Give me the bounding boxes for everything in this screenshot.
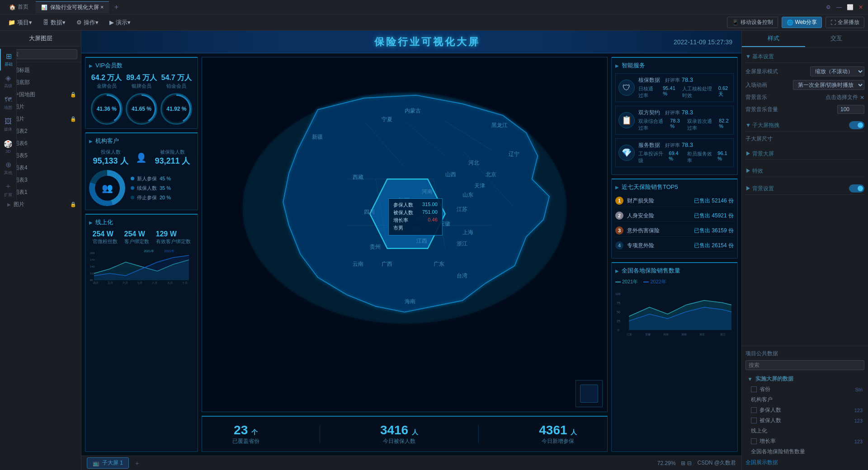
sidebar-icon-basic[interactable]: ⊞ 基础 [0,49,16,70]
data-tree-insured[interactable]: 参保人数 123 [745,405,864,415]
svg-text:山东: 山东 [462,192,473,197]
fullscreen-mode-select[interactable]: 缩放（不滚动） [810,66,864,76]
sidebar-icon-extend[interactable]: ＋ 扩展 [0,179,16,201]
sidebar-header: 大屏图层 [0,31,81,47]
menu-demo[interactable]: ▶演示▾ [105,17,135,28]
menu-data[interactable]: 🗄数据▾ [38,17,70,28]
web-share-button[interactable]: 🌐 Web分享 [782,17,822,28]
tab-home[interactable]: 🏠 首页 [4,1,34,13]
nationwide-link[interactable]: 全国展示数据 [745,459,864,466]
data-tree-machine[interactable]: 机构客户 [745,395,864,405]
vip-gauges: 41.36 % 41.65 % [89,93,194,125]
tab-bar: 🏠 首页 📊 保险行业可视化大屏 × + [4,1,825,13]
svg-text:安徽: 安徽 [645,333,651,336]
dashboard-body: VIP会员数 64.2 万人 金牌会员 89.4 万人 银牌会员 [81,53,741,456]
svg-text:2021年: 2021年 [144,249,154,253]
basic-settings-title: ▼ 基本设置 [745,51,864,63]
title-bar: 🏠 首页 📊 保险行业可视化大屏 × + ⚙ — ⬜ ✕ [0,0,868,14]
service-item-1: 🛡 核保数据 好评率 78.3 日核通过率 95. [615,73,734,102]
gauge-item-3: 41.92 % [160,93,192,125]
svg-text:浙江: 浙江 [720,333,726,336]
prop-section-bgpanel: ▶ 背景大屏 [745,148,864,160]
data-tree-growth[interactable]: 增长率 123 [745,436,864,446]
svg-text:200: 200 [90,252,95,254]
today-insured: 3416 人 今日被保人数 [380,423,418,445]
machine-panel-title: 机构客户 [89,137,194,145]
close-button[interactable]: ✕ [857,4,864,11]
bgsettings-toggle[interactable] [849,184,864,193]
legend-item-1: 新人参保 45 % [131,175,171,182]
service-info-1: 核保数据 好评率 78.3 日核通过率 95.41 % 人工核检处理时效 0.6… [638,76,731,99]
public-data-search-input[interactable] [745,360,864,370]
data-tree-covered[interactable]: 被保人数 123 [745,415,864,426]
svg-text:九月: 九月 [167,282,173,284]
svg-text:六月: 六月 [123,281,128,284]
svg-text:台湾: 台湾 [457,273,467,278]
bottom-bar: 📺 子大屏 1 + 72.29% ⊞ ⊟ CSDN @久数君 [81,456,741,470]
add-sub-screen-button[interactable]: + [132,459,142,468]
sidebar-icon-3d[interactable]: 🎲 3D [0,136,16,157]
bgpanel-title[interactable]: ▶ 背景大屏 [745,148,864,160]
animation-select[interactable]: 第一次全屏/切换时播放 [793,80,864,90]
online-stat-1: 254 W 官微粉丝数 [93,230,118,245]
menu-operate[interactable]: ⚙操作▾ [72,17,103,28]
svg-text:江苏: 江苏 [627,333,632,336]
new-tab-button[interactable]: + [111,2,122,13]
svg-text:河北: 河北 [468,160,479,165]
left-sidebar: 大屏图层 ▶ 图标题 ▶ 图底部 ▶ 中国地图 🔒 ▶ 图片 ▶ [0,31,81,470]
covered-count: 被保险人数 93,211 人 [155,149,190,166]
minimize-button[interactable]: — [835,4,843,11]
subscreen-title: ▼ 子大屏拖拽 [745,119,864,132]
sidebar-icon-other[interactable]: ⊕ 其他 [0,157,16,179]
dashboard: 保险行业可视化大屏 2022-11-09 15:27:39 VIP会员数 [81,31,741,456]
mobile-control-button[interactable]: 📱 移动设备控制 [727,17,778,28]
svg-text:北京: 北京 [486,171,496,177]
svg-text:天津: 天津 [474,183,485,188]
tab-style[interactable]: 样式 [742,31,805,47]
music-delete-icon[interactable]: ✕ [860,94,864,101]
svg-text:贵州: 贵州 [370,244,381,250]
service-info-2: 双方契约 好评率 78.3 双录综合通过率 78.3 % 双录首次通过率 82.… [638,109,731,132]
sub-screen-tab-1[interactable]: 📺 子大屏 1 [87,457,129,469]
data-tree-nationwide[interactable]: 全国各地保险销售数量 [745,446,864,457]
volume-input[interactable] [837,105,864,114]
data-tree-online[interactable]: 线上化 [745,426,864,436]
fullscreen-button[interactable]: ⛶ 全屏播放 [826,17,864,28]
covered-provinces: 23 个 已覆盖省份 [232,423,259,445]
machine-panel: 机构客户 投保人数 95,133 人 👤 被保险人数 93, [85,132,198,210]
insured-count: 投保人数 95,133 人 [93,149,128,166]
settings-button[interactable]: ⚙ [825,4,832,11]
data-tree-section-1[interactable]: ▼ 实施大屏的数据 [745,374,864,384]
svg-text:宁夏: 宁夏 [382,116,392,122]
layout-icon[interactable]: ⊟ [687,460,692,466]
bottom-stats: 23 个 已覆盖省份 3416 人 [202,416,608,452]
prop-section-bgsettings: ▶ 背景设置 [745,183,864,195]
top5-panel: 近七天保险销售TOP5 1 财产损失险 已售出 52146 份 [611,179,738,258]
dashboard-left-column: VIP会员数 64.2 万人 金牌会员 89.4 万人 银牌会员 [85,57,198,452]
subscreen-toggle[interactable] [849,121,864,129]
sidebar-icon-advanced[interactable]: ◈ 高级 [0,70,16,92]
prop-fullscreen-mode: 全屏显示模式 缩放（不滚动） [745,66,864,76]
canvas-content[interactable]: 保险行业可视化大屏 2022-11-09 15:27:39 VIP会员数 [81,31,741,456]
service-item-3: 💎 服务数据 好评率 78.3 工单投诉升级 69 [615,138,734,167]
gauge-item-2: 41.65 % [126,93,157,125]
menu-project[interactable]: 📁项目▾ [4,17,37,28]
data-tree-province[interactable]: 省份 Stri [745,384,864,395]
grid-icon[interactable]: ⊞ [681,460,685,466]
legend-item-2: 续保人数 35 % [131,185,171,192]
effects-title[interactable]: ▶ 特效 [745,165,864,177]
service-item-2: 📋 双方契约 好评率 78.3 双录综合通过率 7 [615,106,734,135]
svg-text:50: 50 [617,310,620,314]
vip-panel: VIP会员数 64.2 万人 金牌会员 89.4 万人 银牌会员 [85,57,198,129]
svg-text:河南: 河南 [422,189,433,194]
sidebar-icon-nav: ⊞ 基础 ◈ 高级 🗺 地图 🖼 媒体 🎲 3D ⊕ 其他 [0,49,17,201]
svg-text:河南: 河南 [663,333,669,336]
svg-text:湖南: 湖南 [681,333,687,336]
svg-text:100: 100 [615,292,621,296]
sidebar-icon-map[interactable]: 🗺 地图 [0,92,16,114]
svg-text:170: 170 [90,258,95,261]
maximize-button[interactable]: ⬜ [846,4,854,11]
sidebar-icon-media[interactable]: 🖼 媒体 [0,114,16,136]
tab-active[interactable]: 📊 保险行业可视化大屏 × [36,1,109,13]
tab-interact[interactable]: 交互 [805,31,868,47]
